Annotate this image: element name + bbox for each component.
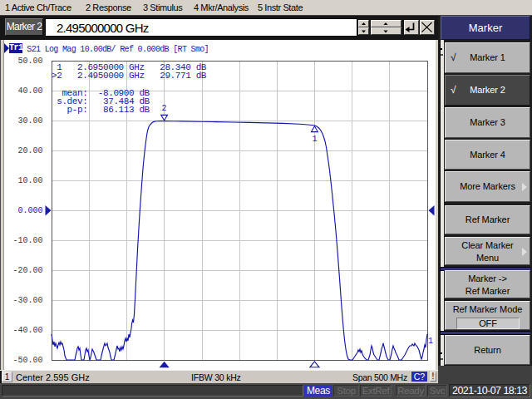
svg-text:1: 1 xyxy=(428,337,433,346)
svg-text:2: 2 xyxy=(162,104,167,113)
svg-text:1: 1 xyxy=(312,135,317,144)
